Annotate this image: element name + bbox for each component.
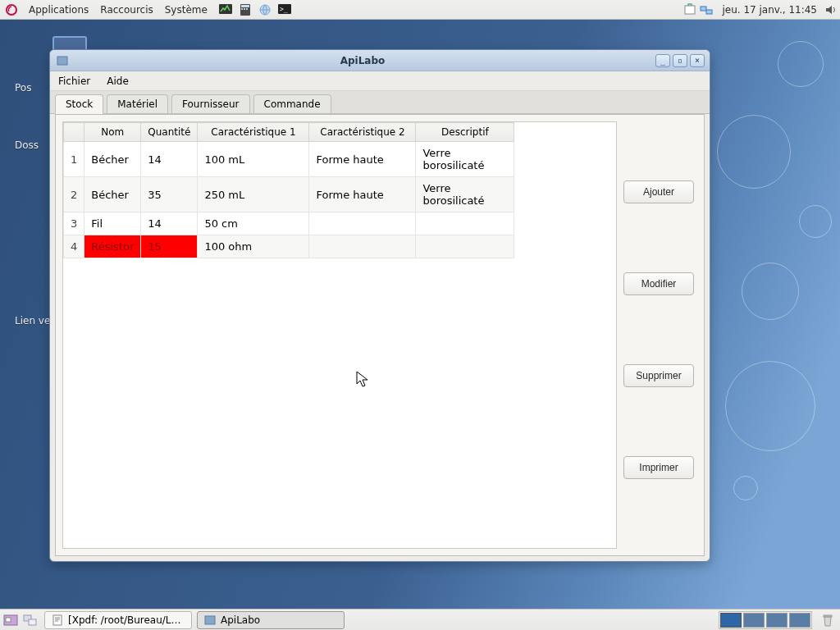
cell-rownum[interactable]: 2 — [64, 177, 84, 212]
launcher-area: >_ — [213, 2, 297, 18]
cell-c1[interactable]: 250 mL — [198, 177, 309, 212]
table-row[interactable]: 1Bécher14100 mLForme hauteVerre borosili… — [64, 142, 514, 177]
edit-button[interactable]: Modifier — [623, 272, 694, 295]
stock-table[interactable]: Nom Quantité Caractéristique 1 Caractéri… — [63, 122, 514, 258]
show-desktop-icon[interactable] — [2, 611, 20, 629]
system-menu[interactable]: Système — [159, 0, 213, 20]
tab-fournisseur[interactable]: Fournisseur — [171, 94, 250, 113]
wallpaper-bubbles — [709, 16, 840, 591]
col-desc[interactable]: Descriptif — [416, 123, 514, 142]
minimize-button[interactable]: _ — [655, 54, 670, 67]
globe-icon[interactable] — [256, 2, 274, 18]
cell-qte[interactable]: 14 — [141, 142, 198, 177]
cell-desc[interactable]: Verre borosilicaté — [416, 142, 514, 177]
cell-nom[interactable]: Bécher — [84, 177, 141, 212]
tab-strip: Stock Matériel Fournisseur Commande — [50, 91, 710, 114]
tray-icon[interactable] — [682, 2, 697, 17]
action-button-column: Ajouter Modifier Supprimer Imprimer — [623, 115, 704, 555]
menu-help[interactable]: Aide — [98, 72, 137, 90]
task-label: ApiLabo — [221, 614, 260, 626]
delete-button[interactable]: Supprimer — [623, 364, 694, 387]
cell-qte[interactable]: 14 — [141, 212, 198, 235]
desktop-icon-labels: Pos Doss Lien ve — [15, 82, 50, 372]
svg-rect-4 — [241, 8, 243, 10]
system-tray — [679, 2, 717, 17]
cell-qte[interactable]: 35 — [141, 177, 198, 212]
cell-rownum[interactable]: 4 — [64, 235, 84, 258]
cell-c2[interactable]: Forme haute — [309, 177, 416, 212]
cell-c1[interactable]: 100 mL — [198, 142, 309, 177]
svg-text:>_: >_ — [280, 6, 288, 13]
svg-rect-3 — [241, 5, 249, 7]
stock-table-container[interactable]: Nom Quantité Caractéristique 1 Caractéri… — [62, 121, 617, 549]
close-button[interactable]: × — [690, 54, 705, 67]
volume-icon[interactable] — [822, 4, 840, 16]
col-qte[interactable]: Quantité — [141, 123, 198, 142]
cell-nom[interactable]: Bécher — [84, 142, 141, 177]
apilabo-window: ApiLabo _ ▫ × Fichier Aide Stock Matérie… — [49, 49, 710, 562]
cell-c2[interactable]: Forme haute — [309, 142, 416, 177]
desktop-label: Doss — [15, 139, 50, 151]
svg-rect-13 — [57, 57, 67, 65]
tab-commande[interactable]: Commande — [253, 94, 331, 113]
menu-bar: Fichier Aide — [50, 71, 710, 91]
svg-rect-19 — [205, 616, 215, 624]
cell-nom[interactable]: Résistor — [84, 235, 141, 258]
debian-logo-icon[interactable] — [0, 0, 23, 20]
cell-c1[interactable]: 50 cm — [198, 212, 309, 235]
mouse-cursor-icon — [356, 371, 369, 389]
table-row[interactable]: 2Bécher35250 mLForme hauteVerre borosili… — [64, 177, 514, 212]
clock[interactable]: jeu. 17 janv., 11:45 — [717, 4, 822, 16]
svg-rect-18 — [53, 615, 62, 625]
tab-stock[interactable]: Stock — [55, 94, 103, 114]
cell-rownum[interactable]: 3 — [64, 212, 84, 235]
tab-content: Nom Quantité Caractéristique 1 Caractéri… — [55, 114, 705, 556]
network-icon[interactable] — [699, 2, 714, 17]
trash-icon[interactable] — [819, 611, 837, 629]
svg-rect-6 — [246, 8, 248, 10]
tab-materiel[interactable]: Matériel — [107, 94, 168, 113]
cell-qte[interactable]: 15 — [141, 235, 198, 258]
terminal-icon[interactable]: >_ — [276, 2, 294, 18]
cell-c2[interactable] — [309, 212, 416, 235]
window-icon — [50, 55, 75, 66]
cell-desc[interactable] — [416, 235, 514, 258]
desktop-label: Lien ve — [15, 315, 50, 326]
monitor-icon[interactable] — [217, 2, 235, 18]
task-button-xpdf[interactable]: [Xpdf: /root/Bureau/L… — [44, 611, 192, 629]
cell-nom[interactable]: Fil — [84, 212, 141, 235]
print-button[interactable]: Imprimer — [623, 456, 694, 479]
svg-rect-5 — [244, 8, 245, 10]
col-c1[interactable]: Caractéristique 1 — [198, 123, 309, 142]
table-row[interactable]: 4Résistor15100 ohm — [64, 235, 514, 258]
col-rownum[interactable] — [64, 123, 84, 142]
workspace-3[interactable] — [766, 613, 788, 628]
col-nom[interactable]: Nom — [84, 123, 141, 142]
cell-c1[interactable]: 100 ohm — [198, 235, 309, 258]
workspace-4[interactable] — [789, 613, 810, 628]
shortcuts-menu[interactable]: Raccourcis — [94, 0, 158, 20]
maximize-button[interactable]: ▫ — [673, 54, 687, 67]
workspace-2[interactable] — [743, 613, 765, 628]
applications-menu[interactable]: Applications — [23, 0, 94, 20]
cell-c2[interactable] — [309, 235, 416, 258]
svg-rect-10 — [685, 6, 695, 14]
col-c2[interactable]: Caractéristique 2 — [309, 123, 416, 142]
cell-desc[interactable]: Verre borosilicaté — [416, 177, 514, 212]
task-button-apilabo[interactable]: ApiLabo — [197, 611, 345, 629]
menu-file[interactable]: Fichier — [50, 72, 98, 90]
svg-rect-15 — [6, 618, 11, 622]
task-label: [Xpdf: /root/Bureau/L… — [68, 614, 181, 626]
table-row[interactable]: 3Fil1450 cm — [64, 212, 514, 235]
workspace-switcher[interactable] — [719, 611, 812, 629]
title-bar[interactable]: ApiLabo _ ▫ × — [50, 50, 710, 71]
document-icon — [52, 614, 63, 626]
workspace-1[interactable] — [720, 613, 742, 628]
cell-rownum[interactable]: 1 — [64, 142, 84, 177]
window-title: ApiLabo — [75, 55, 651, 66]
window-list-icon[interactable] — [21, 611, 39, 629]
cell-desc[interactable] — [416, 212, 514, 235]
desktop-label: Pos — [15, 82, 50, 94]
calculator-icon[interactable] — [236, 2, 254, 18]
add-button[interactable]: Ajouter — [623, 180, 694, 203]
